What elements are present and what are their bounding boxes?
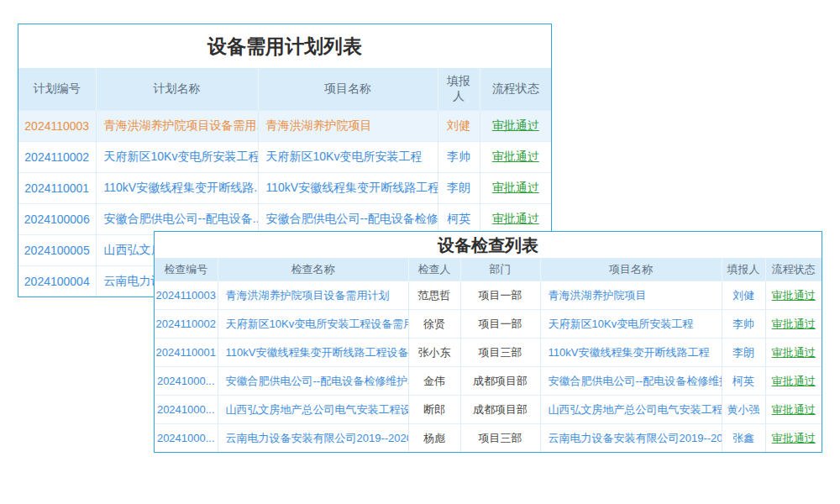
cell-code[interactable]: 2024110002	[155, 310, 218, 339]
cell-reporter: 刘健	[438, 111, 480, 142]
plan-list-title: 设备需用计划列表	[18, 24, 551, 68]
cell-department: 项目一部	[460, 310, 540, 339]
cell-department: 项目三部	[460, 424, 540, 453]
inspection-table: 检查编号检查名称检查人部门项目名称填报人流程状态 2024110003青海洪湖养…	[155, 258, 822, 452]
column-header: 部门	[460, 258, 540, 281]
cell-inspector: 徐贤	[408, 310, 460, 339]
plan-table-header-row: 计划编号计划名称项目名称填报人流程状态	[18, 68, 551, 111]
column-header: 计划编号	[18, 68, 96, 111]
table-row[interactable]: 2024110002天府新区10Kv变电所安装工程...天府新区10Kv变电所安…	[18, 142, 551, 173]
column-header: 填报人	[722, 258, 765, 281]
cell-department: 项目三部	[460, 339, 540, 367]
table-row[interactable]: 20241000...云南电力设备安装有限公司2019--2020年...杨彪项…	[155, 424, 822, 453]
column-header: 计划名称	[96, 68, 258, 111]
cell-department: 成都项目部	[460, 367, 540, 396]
cell-code[interactable]: 20241000...	[155, 424, 218, 453]
cell-code[interactable]: 2024100005	[18, 235, 96, 266]
cell-status[interactable]: 审批通过	[765, 310, 822, 339]
cell-reporter: 李帅	[438, 142, 480, 173]
column-header: 检查人	[408, 258, 460, 281]
cell-status[interactable]: 审批通过	[480, 142, 551, 173]
column-header: 项目名称	[258, 68, 438, 111]
cell-project[interactable]: 110kV安徽线程集变开断线路工程	[258, 173, 438, 204]
cell-status[interactable]: 审批通过	[480, 111, 551, 142]
cell-code[interactable]: 2024110001	[18, 173, 96, 204]
cell-project[interactable]: 安徽合肥供电公司--配电设备检修...	[258, 204, 438, 235]
cell-inspector: 杨彪	[408, 424, 460, 453]
cell-project[interactable]: 青海洪湖养护院项目	[258, 111, 438, 142]
cell-code[interactable]: 2024110003	[155, 281, 218, 310]
table-row[interactable]: 20241000...山西弘文房地产总公司电气安装工程设备...断郎成都项目部山…	[155, 396, 822, 424]
cell-project[interactable]: 青海洪湖养护院项目	[540, 281, 722, 310]
table-row[interactable]: 20241000...安徽合肥供电公司--配电设备检修维护和...金伟成都项目部…	[155, 367, 822, 396]
table-row[interactable]: 2024110003青海洪湖养护院项目设备需用...青海洪湖养护院项目刘健审批通…	[18, 111, 551, 142]
cell-reporter: 刘健	[722, 281, 765, 310]
inspection-table-body: 2024110003青海洪湖养护院项目设备需用计划范思哲项目一部青海洪湖养护院项…	[155, 281, 822, 453]
cell-project[interactable]: 安徽合肥供电公司--配电设备检修维护...	[540, 367, 722, 396]
cell-inspector: 断郎	[408, 396, 460, 424]
column-header: 检查编号	[155, 258, 218, 281]
cell-status[interactable]: 审批通过	[765, 424, 822, 453]
cell-code[interactable]: 20241000...	[155, 396, 218, 424]
cell-reporter: 柯英	[722, 367, 765, 396]
cell-department: 项目一部	[460, 281, 540, 310]
column-header: 流程状态	[480, 68, 551, 111]
cell-code[interactable]: 2024100006	[18, 204, 96, 235]
cell-inspector: 范思哲	[408, 281, 460, 310]
cell-name[interactable]: 安徽合肥供电公司--配电设备检修维护和...	[218, 367, 408, 396]
cell-name[interactable]: 110kV安徽线程集变开断线路工程设备需...	[218, 339, 408, 367]
cell-status[interactable]: 审批通过	[765, 396, 822, 424]
cell-status[interactable]: 审批通过	[480, 173, 551, 204]
cell-code[interactable]: 2024110001	[155, 339, 218, 367]
inspection-list-window: 设备检查列表 检查编号检查名称检查人部门项目名称填报人流程状态 20241100…	[154, 231, 822, 453]
cell-project[interactable]: 天府新区10Kv变电所安装工程	[258, 142, 438, 173]
cell-name[interactable]: 青海洪湖养护院项目设备需用...	[96, 111, 258, 142]
cell-name[interactable]: 云南电力设备安装有限公司2019--2020年...	[218, 424, 408, 453]
table-row[interactable]: 2024110002天府新区10Kv变电所安装工程设备需用计划徐贤项目一部天府新…	[155, 310, 822, 339]
cell-name[interactable]: 青海洪湖养护院项目设备需用计划	[218, 281, 408, 310]
cell-reporter: 黄小强	[722, 396, 765, 424]
cell-code[interactable]: 2024110003	[18, 111, 96, 142]
cell-inspector: 张小东	[408, 339, 460, 367]
cell-name[interactable]: 天府新区10Kv变电所安装工程...	[96, 142, 258, 173]
table-row[interactable]: 2024110001110kV安徽线程集变开断线路工程设备需...张小东项目三部…	[155, 339, 822, 367]
cell-project[interactable]: 天府新区10Kv变电所安装工程	[540, 310, 722, 339]
table-row[interactable]: 2024100006安徽合肥供电公司--配电设备...安徽合肥供电公司--配电设…	[18, 204, 551, 235]
column-header: 流程状态	[765, 258, 822, 281]
cell-name[interactable]: 山西弘文房地产总公司电气安装工程设备...	[218, 396, 408, 424]
cell-status[interactable]: 审批通过	[765, 281, 822, 310]
cell-code[interactable]: 2024110002	[18, 142, 96, 173]
cell-code[interactable]: 2024100004	[18, 266, 96, 297]
inspection-table-header-row: 检查编号检查名称检查人部门项目名称填报人流程状态	[155, 258, 822, 281]
cell-code[interactable]: 20241000...	[155, 367, 218, 396]
cell-reporter: 柯英	[438, 204, 480, 235]
cell-name[interactable]: 安徽合肥供电公司--配电设备...	[96, 204, 258, 235]
column-header: 检查名称	[218, 258, 408, 281]
inspection-list-title: 设备检查列表	[155, 232, 822, 258]
cell-name[interactable]: 110kV安徽线程集变开断线路...	[96, 173, 258, 204]
cell-name[interactable]: 天府新区10Kv变电所安装工程设备需用计划	[218, 310, 408, 339]
cell-status[interactable]: 审批通过	[765, 367, 822, 396]
cell-reporter: 李朗	[722, 339, 765, 367]
cell-project[interactable]: 云南电力设备安装有限公司2019--202...	[540, 424, 722, 453]
cell-reporter: 李朗	[438, 173, 480, 204]
column-header: 项目名称	[540, 258, 722, 281]
cell-project[interactable]: 山西弘文房地产总公司电气安装工程	[540, 396, 722, 424]
cell-reporter: 李帅	[722, 310, 765, 339]
table-row[interactable]: 2024110003青海洪湖养护院项目设备需用计划范思哲项目一部青海洪湖养护院项…	[155, 281, 822, 310]
cell-inspector: 金伟	[408, 367, 460, 396]
cell-department: 成都项目部	[460, 396, 540, 424]
table-row[interactable]: 2024110001110kV安徽线程集变开断线路...110kV安徽线程集变开…	[18, 173, 551, 204]
cell-status[interactable]: 审批通过	[765, 339, 822, 367]
cell-reporter: 张鑫	[722, 424, 765, 453]
column-header: 填报人	[438, 68, 480, 111]
cell-status[interactable]: 审批通过	[480, 204, 551, 235]
cell-project[interactable]: 110kV安徽线程集变开断线路工程	[540, 339, 722, 367]
